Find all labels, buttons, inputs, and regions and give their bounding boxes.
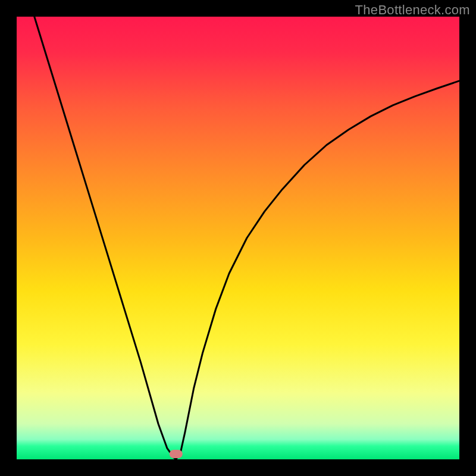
optimal-point-marker [170,450,183,458]
bottleneck-chart [0,0,476,476]
chart-container: TheBottleneck.com [0,0,476,476]
plot-background [17,17,459,459]
attribution-text: TheBottleneck.com [355,2,470,18]
